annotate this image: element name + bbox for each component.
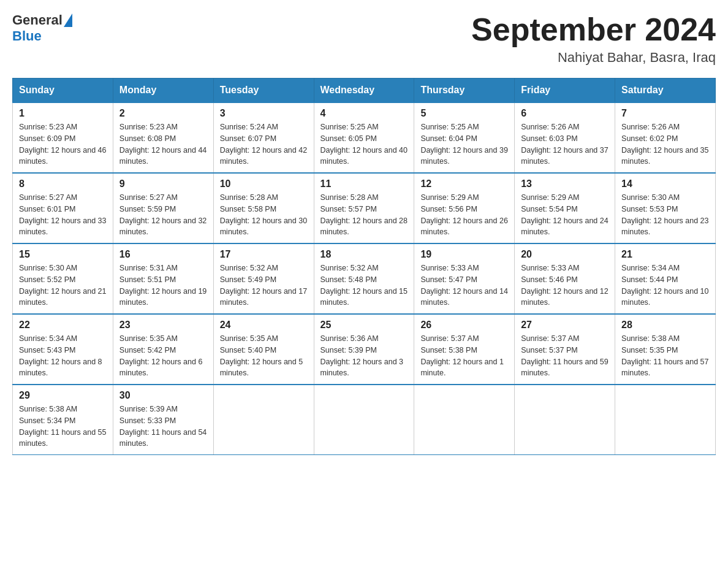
calendar-cell: 2Sunrise: 5:23 AMSunset: 6:08 PMDaylight… — [113, 102, 213, 173]
calendar-week-row: 22Sunrise: 5:34 AMSunset: 5:43 PMDayligh… — [13, 314, 716, 385]
day-info: Sunrise: 5:25 AMSunset: 6:04 PMDaylight:… — [420, 121, 508, 167]
day-info: Sunrise: 5:37 AMSunset: 5:37 PMDaylight:… — [521, 333, 609, 379]
day-info: Sunrise: 5:35 AMSunset: 5:40 PMDaylight:… — [220, 333, 308, 379]
calendar-cell: 12Sunrise: 5:29 AMSunset: 5:56 PMDayligh… — [414, 173, 515, 243]
day-info: Sunrise: 5:34 AMSunset: 5:43 PMDaylight:… — [19, 333, 107, 379]
calendar-cell: 27Sunrise: 5:37 AMSunset: 5:37 PMDayligh… — [515, 314, 615, 385]
calendar-cell: 1Sunrise: 5:23 AMSunset: 6:09 PMDaylight… — [13, 102, 113, 173]
day-number: 11 — [320, 178, 408, 190]
calendar-cell: 14Sunrise: 5:30 AMSunset: 5:53 PMDayligh… — [615, 173, 716, 243]
calendar-cell: 25Sunrise: 5:36 AMSunset: 5:39 PMDayligh… — [314, 314, 414, 385]
page-header: General Blue September 2024 Nahiyat Baha… — [12, 12, 716, 66]
day-number: 1 — [19, 108, 107, 119]
day-info: Sunrise: 5:23 AMSunset: 6:09 PMDaylight:… — [19, 121, 107, 167]
day-number: 10 — [220, 178, 308, 190]
day-number: 20 — [521, 249, 609, 260]
calendar-cell: 8Sunrise: 5:27 AMSunset: 6:01 PMDaylight… — [13, 173, 113, 243]
day-info: Sunrise: 5:30 AMSunset: 5:52 PMDaylight:… — [19, 262, 107, 308]
logo: General Blue — [12, 12, 72, 44]
calendar-cell: 5Sunrise: 5:25 AMSunset: 6:04 PMDaylight… — [414, 102, 515, 173]
calendar-header-row: SundayMondayTuesdayWednesdayThursdayFrid… — [13, 79, 716, 103]
day-info: Sunrise: 5:33 AMSunset: 5:47 PMDaylight:… — [420, 262, 508, 308]
calendar-cell: 24Sunrise: 5:35 AMSunset: 5:40 PMDayligh… — [213, 314, 314, 385]
calendar-cell: 18Sunrise: 5:32 AMSunset: 5:48 PMDayligh… — [314, 243, 414, 314]
calendar-week-row: 1Sunrise: 5:23 AMSunset: 6:09 PMDaylight… — [13, 102, 716, 173]
calendar-day-header: Wednesday — [314, 79, 414, 103]
calendar-cell: 13Sunrise: 5:29 AMSunset: 5:54 PMDayligh… — [515, 173, 615, 243]
day-info: Sunrise: 5:34 AMSunset: 5:44 PMDaylight:… — [621, 262, 709, 308]
day-info: Sunrise: 5:26 AMSunset: 6:03 PMDaylight:… — [521, 121, 609, 167]
day-info: Sunrise: 5:33 AMSunset: 5:46 PMDaylight:… — [521, 262, 609, 308]
day-number: 24 — [220, 320, 308, 331]
day-info: Sunrise: 5:37 AMSunset: 5:38 PMDaylight:… — [420, 333, 508, 379]
day-info: Sunrise: 5:32 AMSunset: 5:48 PMDaylight:… — [320, 262, 408, 308]
day-number: 9 — [119, 178, 207, 190]
calendar-cell — [414, 385, 515, 455]
calendar-week-row: 15Sunrise: 5:30 AMSunset: 5:52 PMDayligh… — [13, 243, 716, 314]
day-info: Sunrise: 5:36 AMSunset: 5:39 PMDaylight:… — [320, 333, 408, 379]
day-info: Sunrise: 5:32 AMSunset: 5:49 PMDaylight:… — [220, 262, 308, 308]
day-number: 22 — [19, 320, 107, 331]
day-number: 4 — [320, 108, 408, 119]
day-info: Sunrise: 5:31 AMSunset: 5:51 PMDaylight:… — [119, 262, 207, 308]
day-info: Sunrise: 5:29 AMSunset: 5:56 PMDaylight:… — [420, 192, 508, 238]
calendar-cell — [314, 385, 414, 455]
day-info: Sunrise: 5:24 AMSunset: 6:07 PMDaylight:… — [220, 121, 308, 167]
calendar-cell: 29Sunrise: 5:38 AMSunset: 5:34 PMDayligh… — [13, 385, 113, 455]
day-number: 3 — [220, 108, 308, 119]
calendar-day-header: Monday — [113, 79, 213, 103]
day-number: 28 — [621, 320, 709, 331]
day-number: 19 — [420, 249, 508, 260]
calendar-cell: 21Sunrise: 5:34 AMSunset: 5:44 PMDayligh… — [615, 243, 716, 314]
day-number: 2 — [119, 108, 207, 119]
calendar-day-header: Tuesday — [213, 79, 314, 103]
calendar-cell — [213, 385, 314, 455]
calendar-cell: 10Sunrise: 5:28 AMSunset: 5:58 PMDayligh… — [213, 173, 314, 243]
calendar-day-header: Saturday — [615, 79, 716, 103]
calendar-cell: 19Sunrise: 5:33 AMSunset: 5:47 PMDayligh… — [414, 243, 515, 314]
day-info: Sunrise: 5:38 AMSunset: 5:35 PMDaylight:… — [621, 333, 709, 379]
day-number: 21 — [621, 249, 709, 260]
calendar-cell: 28Sunrise: 5:38 AMSunset: 5:35 PMDayligh… — [615, 314, 716, 385]
day-info: Sunrise: 5:27 AMSunset: 5:59 PMDaylight:… — [119, 192, 207, 238]
day-info: Sunrise: 5:27 AMSunset: 6:01 PMDaylight:… — [19, 192, 107, 238]
day-info: Sunrise: 5:28 AMSunset: 5:58 PMDaylight:… — [220, 192, 308, 238]
day-info: Sunrise: 5:38 AMSunset: 5:34 PMDaylight:… — [19, 404, 107, 450]
logo-blue-text: Blue — [12, 28, 72, 44]
calendar-week-row: 8Sunrise: 5:27 AMSunset: 6:01 PMDaylight… — [13, 173, 716, 243]
day-info: Sunrise: 5:28 AMSunset: 5:57 PMDaylight:… — [320, 192, 408, 238]
calendar-cell: 3Sunrise: 5:24 AMSunset: 6:07 PMDaylight… — [213, 102, 314, 173]
day-number: 7 — [621, 108, 709, 119]
day-number: 29 — [19, 390, 107, 401]
calendar-cell: 15Sunrise: 5:30 AMSunset: 5:52 PMDayligh… — [13, 243, 113, 314]
calendar-cell: 23Sunrise: 5:35 AMSunset: 5:42 PMDayligh… — [113, 314, 213, 385]
calendar-cell — [615, 385, 716, 455]
logo-triangle-icon — [64, 13, 72, 27]
day-info: Sunrise: 5:23 AMSunset: 6:08 PMDaylight:… — [119, 121, 207, 167]
calendar-cell: 20Sunrise: 5:33 AMSunset: 5:46 PMDayligh… — [515, 243, 615, 314]
day-number: 25 — [320, 320, 408, 331]
title-area: September 2024 Nahiyat Bahar, Basra, Ira… — [471, 12, 716, 66]
calendar-week-row: 29Sunrise: 5:38 AMSunset: 5:34 PMDayligh… — [13, 385, 716, 455]
calendar-cell: 7Sunrise: 5:26 AMSunset: 6:02 PMDaylight… — [615, 102, 716, 173]
day-number: 6 — [521, 108, 609, 119]
calendar-cell: 9Sunrise: 5:27 AMSunset: 5:59 PMDaylight… — [113, 173, 213, 243]
day-info: Sunrise: 5:29 AMSunset: 5:54 PMDaylight:… — [521, 192, 609, 238]
logo-general-text: General — [12, 12, 63, 28]
day-number: 5 — [420, 108, 508, 119]
day-number: 12 — [420, 178, 508, 190]
day-info: Sunrise: 5:39 AMSunset: 5:33 PMDaylight:… — [119, 404, 207, 450]
day-info: Sunrise: 5:25 AMSunset: 6:05 PMDaylight:… — [320, 121, 408, 167]
day-number: 17 — [220, 249, 308, 260]
calendar-cell: 22Sunrise: 5:34 AMSunset: 5:43 PMDayligh… — [13, 314, 113, 385]
day-info: Sunrise: 5:26 AMSunset: 6:02 PMDaylight:… — [621, 121, 709, 167]
day-number: 30 — [119, 390, 207, 401]
calendar-cell: 4Sunrise: 5:25 AMSunset: 6:05 PMDaylight… — [314, 102, 414, 173]
day-number: 15 — [19, 249, 107, 260]
day-info: Sunrise: 5:35 AMSunset: 5:42 PMDaylight:… — [119, 333, 207, 379]
day-number: 26 — [420, 320, 508, 331]
calendar-table: SundayMondayTuesdayWednesdayThursdayFrid… — [12, 78, 716, 455]
location-subtitle: Nahiyat Bahar, Basra, Iraq — [471, 50, 716, 66]
day-number: 13 — [521, 178, 609, 190]
calendar-cell: 30Sunrise: 5:39 AMSunset: 5:33 PMDayligh… — [113, 385, 213, 455]
